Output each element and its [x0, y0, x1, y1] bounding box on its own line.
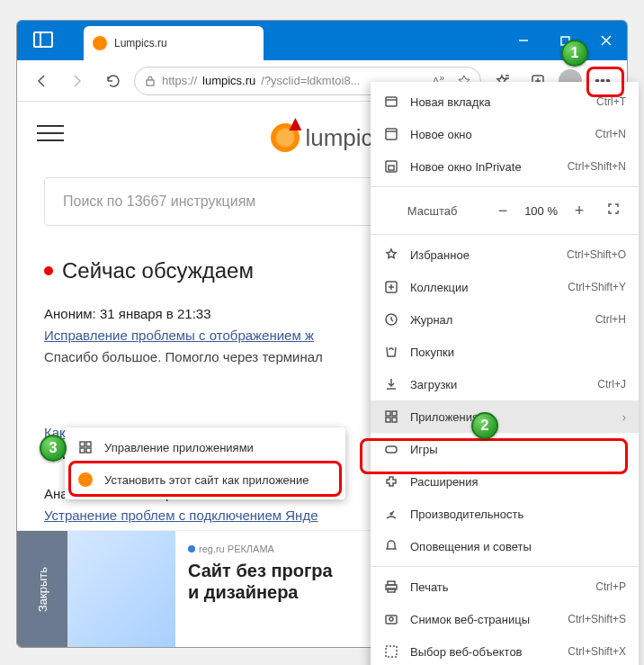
- menu-history[interactable]: ЖурналCtrl+H: [371, 303, 639, 336]
- menu-shopping[interactable]: Покупки: [371, 336, 639, 368]
- svg-rect-37: [80, 448, 85, 453]
- titlebar: Lumpics.ru: [17, 21, 627, 60]
- logo-text: lumpic: [305, 124, 372, 152]
- chevron-right-icon: ›: [622, 410, 626, 424]
- svg-rect-36: [86, 442, 91, 446]
- svg-rect-18: [389, 166, 394, 170]
- bullet-icon: [44, 266, 53, 275]
- svg-rect-24: [392, 411, 397, 416]
- tab-title: Lumpics.ru: [114, 37, 167, 49]
- menu-print[interactable]: ПечатьCtrl+P: [371, 571, 639, 603]
- svg-rect-35: [80, 442, 85, 446]
- svg-rect-13: [386, 97, 397, 106]
- back-button[interactable]: [26, 66, 57, 96]
- site-icon: [78, 472, 93, 487]
- tab-actions-icon[interactable]: [33, 31, 53, 48]
- url-rest: /?ysclid=ldkmtoi8...: [261, 74, 360, 87]
- svg-rect-23: [386, 411, 390, 416]
- favicon-icon: [93, 36, 107, 50]
- zoom-in-button[interactable]: +: [567, 202, 592, 220]
- menu-downloads[interactable]: ЗагрузкиCtrl+J: [371, 368, 639, 400]
- zoom-value: 100 %: [524, 204, 558, 218]
- minimize-button[interactable]: [503, 21, 544, 60]
- fullscreen-button[interactable]: [601, 202, 626, 220]
- menu-new-window[interactable]: Новое окноCtrl+N: [371, 118, 639, 150]
- browser-tab[interactable]: Lumpics.ru: [84, 26, 264, 60]
- submenu-install-app[interactable]: Установить этот сайт как приложение: [65, 463, 345, 496]
- menu-extensions[interactable]: Расширения: [371, 465, 639, 498]
- menu-alerts[interactable]: Оповещения и советы: [371, 530, 639, 562]
- svg-rect-34: [386, 646, 397, 657]
- ad-image: [67, 531, 175, 647]
- menu-zoom: Масштаб − 100 % +: [371, 191, 639, 230]
- menu-screenshot[interactable]: Снимок веб-страницыCtrl+Shift+S: [371, 603, 639, 635]
- logo-icon: [271, 123, 300, 152]
- refresh-button[interactable]: [98, 66, 129, 96]
- svg-rect-15: [386, 129, 397, 139]
- browser-menu: Новая вкладкаCtrl+T Новое окноCtrl+N Нов…: [371, 82, 639, 665]
- menu-new-private[interactable]: Новое окно InPrivateCtrl+Shift+N: [371, 150, 639, 183]
- callout-1: 1: [561, 40, 588, 67]
- submenu-manage-apps[interactable]: Управление приложениями: [65, 431, 345, 463]
- svg-rect-31: [388, 589, 395, 592]
- apps-submenu: Управление приложениями Установить этот …: [65, 427, 345, 499]
- zoom-out-button[interactable]: −: [490, 202, 515, 220]
- menu-icon[interactable]: [37, 120, 64, 141]
- svg-rect-27: [386, 446, 397, 453]
- url-host: lumpics.ru: [202, 74, 255, 87]
- lock-icon: [144, 75, 157, 87]
- callout-2: 2: [471, 412, 498, 439]
- ad-close-button[interactable]: Закрыть: [17, 531, 67, 647]
- close-button[interactable]: [586, 21, 627, 60]
- svg-rect-25: [386, 418, 390, 422]
- callout-3: 3: [40, 435, 67, 462]
- menu-new-tab[interactable]: Новая вкладкаCtrl+T: [371, 85, 639, 118]
- menu-apps[interactable]: Приложения›: [371, 400, 639, 433]
- svg-point-33: [389, 617, 393, 621]
- forward-button[interactable]: [62, 66, 93, 96]
- svg-rect-38: [86, 448, 91, 453]
- svg-rect-4: [147, 80, 154, 85]
- svg-rect-26: [392, 418, 397, 422]
- menu-performance[interactable]: Производительность: [371, 498, 639, 530]
- url-prefix: https://: [162, 74, 197, 87]
- menu-select[interactable]: Выбор веб-объектовCtrl+Shift+X: [371, 635, 639, 665]
- menu-collections[interactable]: КоллекцииCtrl+Shift+Y: [371, 271, 639, 303]
- menu-games[interactable]: Игры: [371, 433, 639, 465]
- menu-favorites[interactable]: ИзбранноеCtrl+Shift+O: [371, 238, 639, 271]
